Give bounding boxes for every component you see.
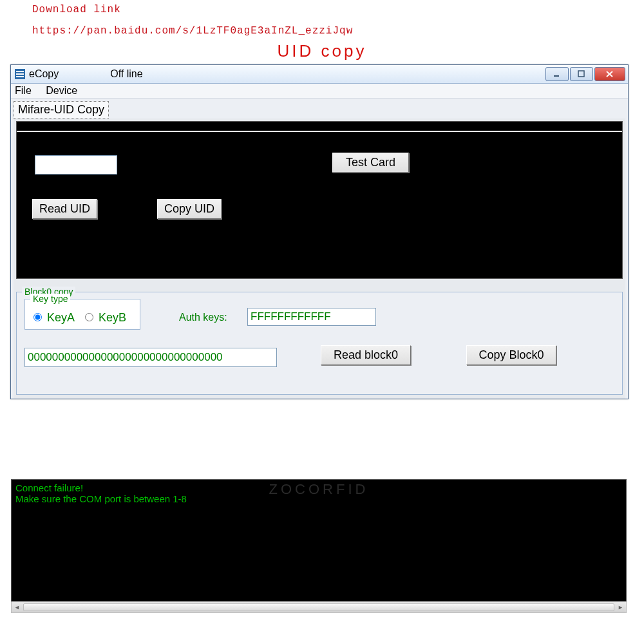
scroll-left-icon[interactable]: ◄ [12,602,23,612]
svg-rect-1 [16,71,24,72]
app-icon [15,69,25,79]
read-block0-button[interactable]: Read block0 [321,345,411,365]
auth-keys-label: Auth keys: [179,312,227,323]
menu-file[interactable]: File [15,85,32,97]
title-bar[interactable]: eCopy Off line [11,65,628,84]
tab-mifare-uid-copy[interactable]: Mifare-UID Copy [14,101,109,118]
svg-rect-4 [554,75,559,77]
copy-block0-button[interactable]: Copy Block0 [466,345,556,365]
uid-copy-title: UID copy [0,41,644,61]
svg-rect-5 [578,71,584,77]
uid-input[interactable] [35,155,117,175]
test-card-button[interactable]: Test Card [332,153,409,173]
uid-panel-divider [17,131,622,132]
download-link-label: Download link [32,4,644,16]
horizontal-scrollbar[interactable]: ◄ ► [11,601,627,613]
key-type-legend: Key type [30,294,70,304]
maximize-button[interactable] [570,67,593,81]
download-url[interactable]: https://pan.baidu.com/s/1LzTF0agE3aInZL_… [32,25,644,37]
ecopy-window: eCopy Off line File Device Mifare-UID Co… [10,64,629,399]
window-title: eCopy [29,68,59,80]
window-status: Off line [110,68,142,80]
svg-rect-2 [16,73,24,75]
close-button[interactable] [594,67,625,81]
minimize-button[interactable] [545,67,569,81]
console-line-2: Make sure the COM port is between 1-8 [15,493,622,504]
block0-group: Block0 copy Key type KeyA KeyB Auth keys… [16,292,623,395]
menu-device[interactable]: Device [46,85,77,97]
key-type-group: Key type KeyA KeyB [24,299,140,330]
auth-keys-input[interactable] [247,308,376,326]
radio-keyb[interactable]: KeyB [82,311,126,324]
console-line-1: Connect failure! [15,482,622,493]
radio-keya[interactable]: KeyA [30,311,75,324]
copy-uid-button[interactable]: Copy UID [157,199,222,219]
scroll-right-icon[interactable]: ► [615,602,626,612]
menu-bar: File Device [11,84,628,99]
read-uid-button[interactable]: Read UID [32,199,97,219]
scrollbar-thumb[interactable] [23,603,614,611]
svg-rect-3 [16,76,24,77]
console-output: ZOCORFID Connect failure! Make sure the … [11,479,627,601]
block0-data-input[interactable] [24,348,277,367]
uid-panel: Test Card Read UID Copy UID [16,121,623,279]
